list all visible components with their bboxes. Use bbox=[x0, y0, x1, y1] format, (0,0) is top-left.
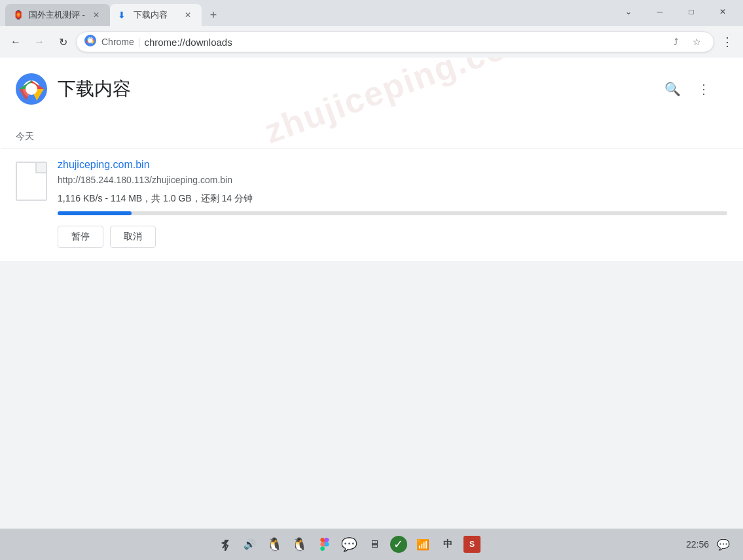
title-bar: 🏮 国外主机测评 - ✕ ⬇ 下载内容 ✕ + ⌄ ─ □ ✕ bbox=[0, 0, 743, 26]
pause-button[interactable]: 暂停 bbox=[58, 226, 103, 248]
back-icon: ← bbox=[10, 36, 21, 48]
section-label: 今天 bbox=[0, 115, 743, 148]
wps-icon[interactable]: S bbox=[463, 536, 480, 553]
chrome-menu-button[interactable]: ⋮ bbox=[717, 31, 738, 52]
browser-label: Chrome bbox=[101, 37, 134, 47]
address-actions: ⤴ ☆ bbox=[666, 33, 706, 51]
taskbar-right: 22:56 💬 bbox=[686, 535, 733, 553]
page-title: 下载内容 bbox=[58, 77, 131, 101]
file-icon-area bbox=[16, 159, 47, 248]
window-minimize-button[interactable]: ─ bbox=[645, 1, 675, 22]
download-actions: 暂停 取消 bbox=[58, 226, 727, 248]
tabs-area: 🏮 国外主机测评 - ✕ ⬇ 下载内容 ✕ + bbox=[5, 0, 613, 26]
chrome-icon bbox=[84, 35, 96, 49]
download-status: 1,116 KB/s - 114 MB，共 1.0 GB，还剩 14 分钟 bbox=[58, 193, 727, 205]
downloads-header: 下载内容 🔍 ⋮ bbox=[0, 58, 743, 115]
display-icon[interactable]: 🖥 bbox=[365, 535, 384, 553]
share-icon: ⤴ bbox=[674, 37, 678, 47]
tab-active[interactable]: ⬇ 下载内容 ✕ bbox=[110, 4, 202, 26]
window-close-button[interactable]: ✕ bbox=[708, 1, 738, 22]
address-separator: | bbox=[138, 37, 141, 47]
progress-fill bbox=[58, 211, 132, 215]
back-button[interactable]: ← bbox=[5, 31, 26, 52]
svg-point-2 bbox=[88, 39, 93, 43]
refresh-icon: ↻ bbox=[59, 36, 67, 48]
wechat-icon[interactable]: 💬 bbox=[340, 535, 359, 553]
content-area: 下载内容 🔍 ⋮ zhujiceping.com 今天 bbox=[0, 58, 743, 261]
tab1-favicon: 🏮 bbox=[13, 10, 24, 20]
notification-button[interactable]: 💬 bbox=[714, 535, 733, 553]
taskbar: 🔊 🐧 🐧 💬 🖥 ✓ 📶 中 S 22:56 💬 bbox=[0, 529, 743, 560]
download-card: zhujiceping.com.bin http://185.244.180.1… bbox=[0, 148, 743, 261]
download-url: http://185.244.180.113/zhujiceping.com.b… bbox=[58, 175, 727, 185]
cancel-button[interactable]: 取消 bbox=[110, 226, 156, 248]
download-info: zhujiceping.com.bin http://185.244.180.1… bbox=[58, 159, 727, 248]
close-icon: ✕ bbox=[719, 7, 726, 16]
page-content: 下载内容 🔍 ⋮ zhujiceping.com 今天 bbox=[0, 58, 743, 529]
input-method-icon[interactable]: 中 bbox=[439, 535, 457, 553]
tab1-close[interactable]: ✕ bbox=[90, 9, 102, 21]
header-actions: 🔍 ⋮ bbox=[659, 76, 717, 102]
chrome-logo bbox=[16, 73, 47, 105]
minimize-icon: ─ bbox=[657, 7, 663, 16]
figma-icon[interactable] bbox=[316, 535, 334, 553]
qq2-icon[interactable]: 🐧 bbox=[291, 535, 309, 553]
bluetooth-icon[interactable] bbox=[216, 535, 234, 553]
search-icon: 🔍 bbox=[664, 81, 681, 97]
toolbar: ← → ↻ Chrome | chrome://downloads bbox=[0, 26, 743, 58]
chevron-down-icon: ⌄ bbox=[625, 7, 632, 16]
volume-icon[interactable]: 🔊 bbox=[241, 535, 259, 553]
progress-bar bbox=[58, 211, 727, 215]
qq1-icon[interactable]: 🐧 bbox=[266, 535, 284, 553]
tab2-favicon: ⬇ bbox=[118, 10, 128, 20]
vertical-dots-icon: ⋮ bbox=[721, 35, 733, 49]
tab-inactive[interactable]: 🏮 国外主机测评 - ✕ bbox=[5, 4, 110, 26]
address-url: chrome://downloads bbox=[144, 37, 232, 48]
more-options-button[interactable]: ⋮ bbox=[691, 76, 717, 102]
refresh-button[interactable]: ↻ bbox=[52, 31, 73, 52]
search-button[interactable]: 🔍 bbox=[659, 76, 685, 102]
window-maximize-button[interactable]: □ bbox=[676, 1, 706, 22]
checkmark-icon[interactable]: ✓ bbox=[390, 536, 407, 553]
taskbar-icons: 🔊 🐧 🐧 💬 🖥 ✓ 📶 中 S bbox=[10, 535, 686, 553]
address-bar[interactable]: Chrome | chrome://downloads ⤴ ☆ bbox=[76, 31, 714, 52]
forward-icon: → bbox=[34, 36, 45, 48]
star-icon: ☆ bbox=[693, 37, 701, 47]
file-icon bbox=[16, 162, 47, 201]
tab2-label: 下载内容 bbox=[134, 9, 177, 21]
download-filename[interactable]: zhujiceping.com.bin bbox=[58, 159, 727, 171]
maximize-icon: □ bbox=[689, 7, 693, 16]
new-tab-button[interactable]: + bbox=[204, 6, 223, 24]
clock: 22:56 bbox=[686, 539, 709, 550]
window-controls: ⌄ ─ □ ✕ bbox=[613, 1, 738, 25]
tab1-label: 国外主机测评 - bbox=[29, 9, 85, 21]
tab2-close[interactable]: ✕ bbox=[182, 9, 194, 21]
forward-button[interactable]: → bbox=[29, 31, 50, 52]
svg-point-5 bbox=[26, 83, 37, 95]
share-button[interactable]: ⤴ bbox=[666, 33, 685, 51]
svg-rect-6 bbox=[25, 173, 38, 190]
bookmark-button[interactable]: ☆ bbox=[687, 33, 706, 51]
more-icon: ⋮ bbox=[697, 81, 710, 97]
address-text: Chrome | chrome://downloads bbox=[101, 37, 232, 48]
plus-icon: + bbox=[210, 9, 217, 22]
wifi-icon[interactable]: 📶 bbox=[414, 535, 432, 553]
window-chevron-button[interactable]: ⌄ bbox=[613, 1, 643, 22]
